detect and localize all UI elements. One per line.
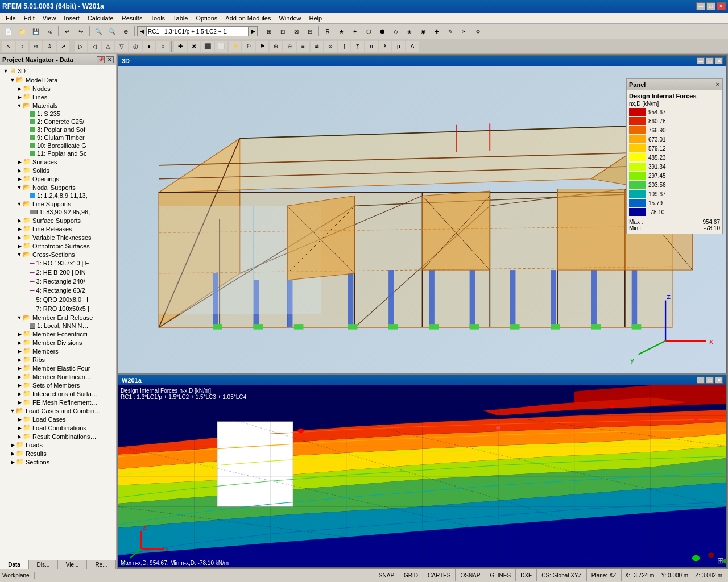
- menu-insert[interactable]: Insert: [60, 14, 83, 22]
- status-snap[interactable]: SNAP: [374, 569, 399, 581]
- tb2-btn1[interactable]: ↖: [2, 41, 15, 52]
- tb2-btn24[interactable]: ∞: [324, 41, 337, 52]
- tree-item-nodes[interactable]: ▶ 📁 Nodes: [0, 84, 116, 93]
- tree-item-member-ecc[interactable]: ▶ 📁 Member Eccentriciti: [0, 330, 116, 338]
- tree-item-mat9[interactable]: 9: Glulam Timber: [0, 134, 116, 142]
- tree-item-solids[interactable]: ▶ 📁 Solids: [0, 166, 116, 174]
- tb2-btn4[interactable]: ⇕: [43, 41, 56, 52]
- tree-item-load-comb[interactable]: ▶ 📁 Load Combinations: [0, 423, 116, 432]
- tree-item-result-comb[interactable]: ▶ 📁 Result Combinations…: [0, 432, 116, 440]
- maximize-btn[interactable]: □: [706, 2, 715, 10]
- tree-item-results[interactable]: ▶ 📁 Results: [0, 449, 116, 458]
- view-bottom-min[interactable]: —: [697, 377, 705, 384]
- tb2-btn26[interactable]: ∑: [351, 41, 364, 52]
- nav-tab-vie[interactable]: Vie...: [58, 560, 87, 569]
- tb-btn-r11[interactable]: ✂: [458, 26, 470, 37]
- tb2-btn22[interactable]: ≡: [297, 41, 309, 52]
- tb2-btn5[interactable]: ↗: [57, 41, 69, 52]
- tb2-btn19[interactable]: ⚑: [256, 41, 268, 52]
- tree-item-materials[interactable]: ▼ 📂 Materials: [0, 101, 116, 110]
- tree-item-cs7[interactable]: ─ 7: RRO 100x50x5 |: [0, 304, 116, 313]
- tb-btn-r7[interactable]: ◈: [403, 26, 416, 37]
- tree-item-nodal-supports[interactable]: ▼ 📂 Nodal Supports: [0, 183, 116, 192]
- menu-window[interactable]: Window: [275, 14, 304, 22]
- tb2-btn17[interactable]: ⚡: [229, 41, 241, 52]
- view-3d-canvas[interactable]: x z y Panel ✕ Design Internal Forces: [118, 66, 726, 373]
- tb2-btn13[interactable]: ✚: [174, 41, 187, 52]
- tb-save[interactable]: 💾: [30, 26, 42, 37]
- rc-next-btn[interactable]: ▶: [249, 26, 258, 36]
- tree-item-variable-thick[interactable]: ▶ 📁 Variable Thicknesses: [0, 233, 116, 242]
- tb2-btn9[interactable]: ▽: [115, 41, 128, 52]
- tb2-btn18[interactable]: ⚐: [242, 41, 255, 52]
- tree-item-load-cases[interactable]: ▶ 📁 Load Cases: [0, 415, 116, 423]
- tree-item-fe-mesh[interactable]: ▶ 📁 FE Mesh Refinement…: [0, 398, 116, 406]
- tree-item-member-end-rel[interactable]: ▼ 📂 Member End Release: [0, 313, 116, 322]
- nav-pin-btn[interactable]: 📌: [97, 56, 105, 63]
- tree-item-lines[interactable]: ▶ 📁 Lines: [0, 93, 116, 101]
- menu-table[interactable]: Table: [169, 14, 191, 22]
- menu-file[interactable]: File: [2, 14, 19, 22]
- tb2-btn11[interactable]: ●: [143, 41, 155, 52]
- tb-zoom-fit[interactable]: ⊕: [119, 26, 132, 37]
- tree-item-cs2[interactable]: ─ 2: HE B 200 | DIN: [0, 268, 116, 277]
- tree-item-member-elastic[interactable]: ▶ 📁 Member Elastic Four: [0, 364, 116, 372]
- tree-item-ribs[interactable]: ▶ 📁 Ribs: [0, 355, 116, 364]
- tb2-btn21[interactable]: ⊖: [283, 41, 296, 52]
- tb2-btn30[interactable]: Δ: [406, 41, 419, 52]
- tree-item-sets-of-members[interactable]: ▶ 📁 Sets of Members: [0, 381, 116, 389]
- tree-item-cs4[interactable]: ─ 4: Rectangle 60/2: [0, 286, 116, 295]
- bottom-canvas[interactable]: Design Internal Forces n-x,D [kN/m] RC1 …: [118, 385, 726, 567]
- nav-tab-dis[interactable]: Dis...: [29, 560, 58, 569]
- tree-item-mat10[interactable]: 10: Borosilicate G: [0, 142, 116, 149]
- tb-zoom-out[interactable]: 🔍: [106, 26, 118, 37]
- tb2-btn8[interactable]: △: [102, 41, 114, 52]
- minimize-btn[interactable]: —: [696, 2, 705, 10]
- status-osnap[interactable]: OSNAP: [456, 569, 485, 581]
- tree-item-mer1[interactable]: 1: Local; NNN N…: [0, 322, 116, 330]
- tb2-btn28[interactable]: λ: [379, 41, 391, 52]
- tb-btn-r5[interactable]: ⬢: [376, 26, 388, 37]
- tb-zoom-in[interactable]: 🔍: [92, 26, 105, 37]
- menu-tools[interactable]: Tools: [147, 14, 168, 22]
- tb-btn-extra4[interactable]: ⊟: [304, 26, 316, 37]
- tree-item-cross-sections[interactable]: ▼ 📂 Cross-Sections: [0, 250, 116, 259]
- tb-btn-r6[interactable]: ◇: [390, 26, 402, 37]
- tb2-btn6[interactable]: ▷: [75, 41, 87, 52]
- tb2-btn25[interactable]: ∫: [338, 41, 350, 52]
- nav-close-btn[interactable]: ✕: [106, 56, 114, 63]
- status-cartes[interactable]: CARTES: [423, 569, 456, 581]
- tb2-btn7[interactable]: ◁: [88, 41, 101, 52]
- tb-btn-r3[interactable]: ✦: [349, 26, 361, 37]
- tb2-btn2[interactable]: ↕: [16, 41, 28, 52]
- tree-item-ns1[interactable]: 1: 1,2,4,8,9,11,13,: [0, 192, 116, 199]
- expand-lines[interactable]: ▶: [16, 94, 23, 100]
- tb2-btn12[interactable]: ○: [156, 41, 169, 52]
- tb-redo[interactable]: ↪: [75, 26, 87, 37]
- tree-item-loads[interactable]: ▶ 📁 Loads: [0, 440, 116, 449]
- view-bottom-close[interactable]: ✕: [715, 377, 723, 384]
- status-glines[interactable]: GLINES: [485, 569, 516, 581]
- tree-item-member-nonlin[interactable]: ▶ 📁 Member Nonlineari…: [0, 372, 116, 381]
- tree-item-load-cases-comb[interactable]: ▼ 📂 Load Cases and Combin…: [0, 406, 116, 415]
- tree-item-ls1[interactable]: 1: 83,90-92,95,96,: [0, 208, 116, 216]
- tree-item-mat11[interactable]: 11: Poplar and Sc: [0, 149, 116, 157]
- status-dxf[interactable]: DXF: [516, 569, 537, 581]
- tree-item-surface-supports[interactable]: ▶ 📁 Surface Supports: [0, 216, 116, 225]
- tb2-btn29[interactable]: μ: [392, 41, 405, 52]
- tb-btn-extra1[interactable]: ⊞: [263, 26, 275, 37]
- tree-item-mat3[interactable]: 3: Poplar and Sof: [0, 126, 116, 134]
- tb2-btn23[interactable]: ≢: [311, 41, 323, 52]
- tb-btn-r2[interactable]: ★: [335, 26, 348, 37]
- expand-nodes[interactable]: ▶: [16, 86, 23, 92]
- tb-open[interactable]: 📁: [16, 26, 28, 37]
- status-grid[interactable]: GRID: [399, 569, 423, 581]
- tb2-btn3[interactable]: ⇔: [30, 41, 42, 52]
- tb-btn-r10[interactable]: ✎: [444, 26, 457, 37]
- tb2-btn15[interactable]: ⬛: [201, 41, 214, 52]
- expand-materials[interactable]: ▼: [16, 103, 23, 109]
- menu-edit[interactable]: Edit: [20, 14, 38, 22]
- view-bottom-fit-btn[interactable]: ⊞: [717, 556, 724, 565]
- view-3d-max[interactable]: □: [706, 57, 714, 64]
- tb2-btn14[interactable]: ✖: [188, 41, 200, 52]
